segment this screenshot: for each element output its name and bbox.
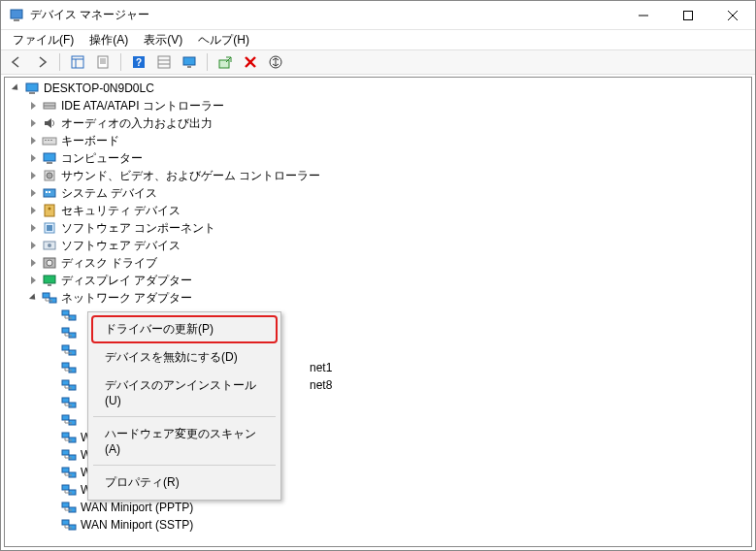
net-icon xyxy=(61,325,77,340)
tree-category[interactable]: ディスク ドライブ xyxy=(7,254,751,272)
ctx-uninstall-device[interactable]: デバイスのアンインストール(U) xyxy=(91,372,278,413)
svg-rect-28 xyxy=(43,138,56,145)
tree-category[interactable]: ソフトウェア コンポーネント xyxy=(7,219,751,237)
toolbar: ? xyxy=(1,49,755,75)
svg-rect-31 xyxy=(50,140,52,141)
collapse-icon[interactable] xyxy=(26,116,40,130)
toolbar-separator xyxy=(120,53,121,71)
help-toolbar-button[interactable]: ? xyxy=(127,51,150,73)
ctx-separator xyxy=(93,416,276,417)
collapse-icon[interactable] xyxy=(26,256,40,270)
window-buttons xyxy=(621,1,755,29)
net-icon xyxy=(61,447,77,463)
svg-rect-25 xyxy=(29,92,35,94)
expand-icon[interactable] xyxy=(26,291,40,305)
maximize-button[interactable] xyxy=(666,1,710,30)
collapse-icon[interactable] xyxy=(26,239,40,252)
tree-item-label: ソフトウェア デバイス xyxy=(61,237,181,254)
tree-spacer xyxy=(46,378,59,392)
tree-category[interactable]: セキュリティ デバイス xyxy=(7,202,751,219)
svg-rect-3 xyxy=(684,12,693,20)
minimize-button[interactable] xyxy=(621,1,666,30)
collapse-icon[interactable] xyxy=(26,151,40,165)
svg-rect-61 xyxy=(62,345,69,350)
tree-category[interactable]: ディスプレイ アダプター xyxy=(7,272,751,289)
tree-item-label: オーディオの入力および出力 xyxy=(61,114,213,132)
tree-category[interactable]: ソフトウェア デバイス xyxy=(7,237,751,254)
security-icon xyxy=(42,203,57,218)
svg-point-35 xyxy=(47,173,52,178)
menu-bar: ファイル(F) 操作(A) 表示(V) ヘルプ(H) xyxy=(1,30,755,49)
close-button[interactable] xyxy=(710,1,755,30)
show-hide-console-button[interactable] xyxy=(66,51,89,73)
menu-file[interactable]: ファイル(F) xyxy=(5,30,82,50)
remove-button[interactable] xyxy=(239,51,262,73)
forward-button[interactable] xyxy=(30,51,53,73)
back-button[interactable] xyxy=(5,51,28,73)
tree-category[interactable]: IDE ATA/ATAPI コントローラー xyxy=(7,97,751,114)
tree-item-label: IDE ATA/ATAPI コントローラー xyxy=(61,97,224,114)
svg-rect-85 xyxy=(62,450,69,455)
svg-rect-53 xyxy=(62,310,69,315)
tree-category[interactable]: コンピューター xyxy=(7,149,751,167)
net-icon xyxy=(61,412,77,428)
tree-category[interactable]: システム デバイス xyxy=(7,184,751,202)
scan-hardware-button[interactable] xyxy=(214,51,237,73)
tree-spacer xyxy=(46,343,59,357)
monitor-toolbar-button[interactable] xyxy=(178,51,201,73)
expand-icon[interactable] xyxy=(9,81,22,95)
tree-item-label: ソフトウェア コンポーネント xyxy=(61,219,215,237)
tree-category-network[interactable]: ネットワーク アダプター xyxy=(7,289,751,307)
svg-rect-1 xyxy=(14,19,19,21)
keyboard-icon xyxy=(42,133,57,148)
ctx-update-driver[interactable]: ドライバーの更新(P) xyxy=(91,315,278,343)
net-icon xyxy=(61,482,77,498)
display-icon xyxy=(42,273,57,288)
collapse-icon[interactable] xyxy=(26,99,40,113)
tree-spacer xyxy=(46,413,59,427)
pc-icon xyxy=(24,81,40,96)
updown-button[interactable] xyxy=(264,51,287,73)
tree-spacer xyxy=(46,431,59,444)
tree-category[interactable]: キーボード xyxy=(7,132,751,149)
tree-category[interactable]: オーディオの入力および出力 xyxy=(7,114,751,132)
collapse-icon[interactable] xyxy=(26,169,40,182)
context-menu: ドライバーの更新(P) デバイスを無効にする(D) デバイスのアンインストール(… xyxy=(87,311,281,501)
tree-item-label: コンピューター xyxy=(61,149,143,167)
tree-item-label: DESKTOP-0N9D0LC xyxy=(44,80,154,97)
net-icon xyxy=(42,290,57,306)
svg-rect-49 xyxy=(43,293,49,298)
ctx-scan-hardware[interactable]: ハードウェア変更のスキャン(A) xyxy=(91,420,278,462)
svg-rect-39 xyxy=(45,205,54,216)
collapse-icon[interactable] xyxy=(26,204,40,217)
net-icon xyxy=(61,465,77,480)
details-toolbar-button[interactable] xyxy=(152,51,176,73)
tree-network-item[interactable]: WAN Miniport (SSTP) xyxy=(7,516,751,534)
net-icon xyxy=(61,360,77,375)
tree-category[interactable]: サウンド、ビデオ、およびゲーム コントローラー xyxy=(7,167,751,184)
svg-rect-15 xyxy=(158,56,170,68)
tree-spacer xyxy=(46,448,59,462)
net-icon xyxy=(61,377,77,393)
menu-help[interactable]: ヘルプ(H) xyxy=(190,30,257,50)
tree-root[interactable]: DESKTOP-0N9D0LC xyxy=(7,80,751,97)
collapse-icon[interactable] xyxy=(26,186,40,200)
collapse-icon[interactable] xyxy=(26,134,40,147)
properties-toolbar-button[interactable] xyxy=(91,51,115,73)
title-bar: デバイス マネージャー xyxy=(1,1,755,30)
ctx-disable-device[interactable]: デバイスを無効にする(D) xyxy=(91,343,278,372)
app-icon xyxy=(9,8,24,23)
tree-spacer xyxy=(46,308,59,322)
svg-rect-38 xyxy=(49,191,50,193)
collapse-icon[interactable] xyxy=(26,221,40,235)
tree-network-item[interactable]: WAN Miniport (PPTP) xyxy=(7,499,751,516)
tree-item-label-suffix: net8 xyxy=(310,376,332,394)
svg-rect-93 xyxy=(62,485,69,490)
svg-rect-57 xyxy=(62,328,69,333)
ctx-properties[interactable]: プロパティ(R) xyxy=(91,469,278,497)
menu-view[interactable]: 表示(V) xyxy=(136,30,190,50)
sound-icon xyxy=(42,168,57,183)
collapse-icon[interactable] xyxy=(26,274,40,287)
svg-rect-48 xyxy=(48,284,51,286)
menu-action[interactable]: 操作(A) xyxy=(82,30,136,50)
